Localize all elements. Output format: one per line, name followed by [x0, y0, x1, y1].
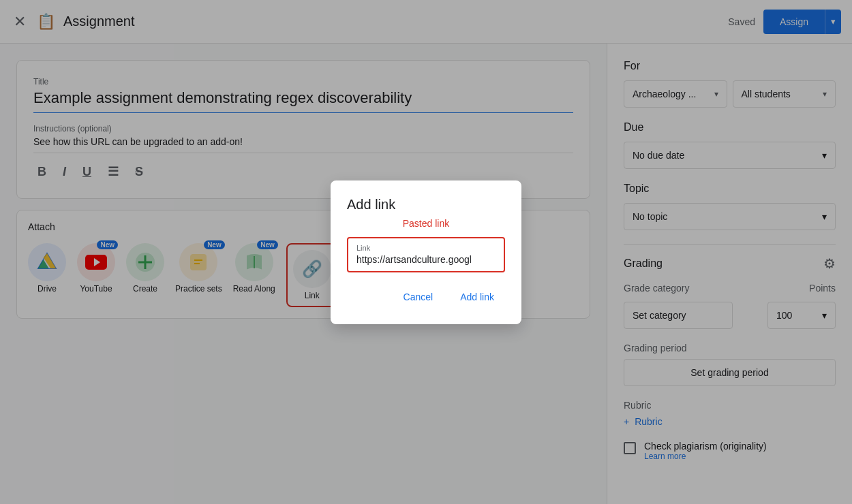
cancel-button[interactable]: Cancel — [393, 286, 444, 308]
modal-link-input[interactable] — [356, 254, 496, 265]
modal-pasted-label: Pasted link — [347, 218, 505, 229]
modal-title: Add link — [347, 197, 505, 212]
modal-link-field-wrapper: Link — [347, 237, 505, 272]
modal-overlay: Add link Pasted link Link Cancel Add lin… — [0, 0, 852, 504]
modal-link-label: Link — [356, 244, 496, 252]
add-link-modal: Add link Pasted link Link Cancel Add lin… — [331, 180, 521, 324]
modal-actions: Cancel Add link — [347, 286, 505, 308]
add-link-button[interactable]: Add link — [449, 286, 505, 308]
